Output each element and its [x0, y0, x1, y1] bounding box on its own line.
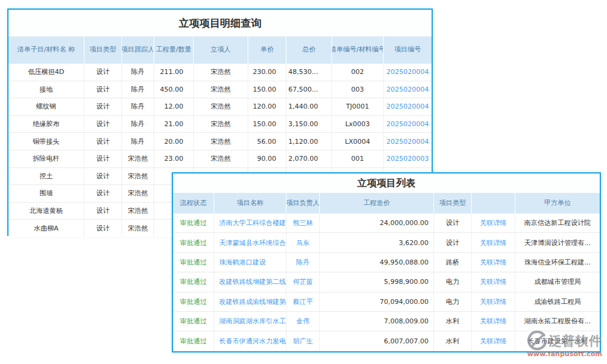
- detail-cell-material-name: 挖土: [8, 168, 84, 185]
- list-cell-leader[interactable]: 金伟: [287, 312, 320, 331]
- detail-cell-quantity: 450.00: [154, 81, 194, 98]
- detail-cell-project-code[interactable]: 2025020004: [384, 64, 432, 81]
- list-col-header-0: 流程状态: [173, 193, 214, 214]
- detail-cell-quantity: 20.00: [154, 133, 194, 150]
- table-row: 铜带接头设计陈丹20.00宋浩然56.001,120.00LX000420250…: [8, 133, 432, 150]
- detail-cell-project-code[interactable]: 2025020003: [384, 150, 432, 167]
- detail-cell-tracker: 宋浩然: [122, 168, 154, 185]
- list-cell-leader[interactable]: 胡广生: [287, 331, 320, 351]
- detail-cell-project-code[interactable]: 2025020004: [384, 133, 432, 150]
- list-cell-party: 南京信达新工程设计院: [515, 214, 600, 232]
- detail-cell-tracker: 宋浩然: [122, 150, 154, 167]
- detail-cell-initiator: 宋浩然: [194, 81, 248, 98]
- detail-cell-tracker: 宋浩然: [122, 220, 154, 237]
- list-cell-detail-link[interactable]: 关联详情: [472, 233, 515, 252]
- detail-cell-project-code[interactable]: 2025020004: [384, 116, 432, 133]
- list-window-title: 立项项目列表: [173, 174, 600, 193]
- detail-col-header-0: 清单子目/材料名 称: [8, 36, 84, 64]
- list-cell-leader[interactable]: 熊三林: [287, 214, 320, 232]
- list-cell-party: 天津博润设计管理有...: [515, 233, 600, 252]
- detail-cell-initiator: 宋浩然: [194, 150, 248, 167]
- list-cell-leader[interactable]: 蔡江平: [287, 292, 320, 311]
- list-cell-cost: 70,094,000.00: [320, 292, 434, 311]
- detail-cell-material-name: 水曲柳A: [8, 220, 84, 237]
- list-cell-type: 设计: [434, 233, 472, 252]
- detail-col-header-5: 单价: [248, 36, 287, 64]
- list-col-header-3: 工程造价: [320, 193, 434, 214]
- list-cell-status[interactable]: 审批通过: [173, 292, 214, 311]
- list-cell-status[interactable]: 审批通过: [173, 214, 214, 232]
- list-cell-status[interactable]: 审批通过: [173, 272, 214, 291]
- detail-cell-unit-price: 150.00: [248, 81, 287, 98]
- detail-cell-tracker: 宋浩然: [122, 203, 154, 220]
- list-cell-status[interactable]: 审批通过: [173, 253, 214, 272]
- list-cell-status[interactable]: 审批通过: [173, 233, 214, 252]
- detail-cell-material-name: 低压横担4D: [8, 64, 84, 81]
- list-cell-project-name[interactable]: 济南大学工科综合楼建设...: [214, 214, 287, 232]
- detail-cell-list-code: 003: [332, 81, 384, 98]
- detail-cell-project-type: 设计: [84, 185, 122, 202]
- detail-cell-tracker: 宋浩然: [122, 185, 154, 202]
- list-cell-detail-link[interactable]: 关联详情: [472, 292, 515, 311]
- detail-cell-project-type: 设计: [84, 203, 122, 220]
- detail-cell-material-name: 接地: [8, 81, 84, 98]
- list-cell-type: 电力: [434, 272, 472, 291]
- detail-cell-project-type: 设计: [84, 81, 122, 98]
- list-cell-party: 珠海信业环保工程建...: [515, 253, 600, 272]
- list-cell-detail-link[interactable]: 关联详情: [472, 214, 515, 232]
- detail-cell-initiator: 宋浩然: [194, 98, 248, 115]
- list-cell-cost: 24,000,000.00: [320, 214, 434, 232]
- detail-col-header-1: 项目类型: [84, 36, 122, 64]
- detail-cell-material-name: 螺纹钢: [8, 98, 84, 115]
- list-cell-party: 湖南永拓工程股份有...: [515, 312, 600, 331]
- list-cell-type: 设计: [434, 214, 472, 232]
- detail-cell-project-type: 设计: [84, 64, 122, 81]
- detail-cell-material-name: 绝缘胶布: [8, 116, 84, 133]
- list-cell-project-name[interactable]: 珠海鹤港口建设: [214, 253, 287, 272]
- list-cell-status[interactable]: 审批通过: [173, 331, 214, 351]
- detail-cell-project-code[interactable]: 2025020004: [384, 98, 432, 115]
- list-col-header-1: 项目名称: [214, 193, 287, 214]
- detail-cell-total-price: 67,500...: [287, 81, 332, 98]
- list-cell-type: 水利: [434, 331, 472, 351]
- list-cell-party: 成渝铁路工程局: [515, 292, 600, 311]
- detail-cell-quantity: 211.00: [154, 64, 194, 81]
- detail-cell-material-name: 围墙: [8, 185, 84, 202]
- detail-cell-tracker: 陈丹: [122, 133, 154, 150]
- detail-col-header-3: 工程量/数量: [154, 36, 194, 64]
- list-cell-project-name[interactable]: 长春市伊通河水力发电厂...: [214, 331, 287, 351]
- detail-cell-unit-price: 150.00: [248, 116, 287, 133]
- detail-cell-project-type: 设计: [84, 150, 122, 167]
- detail-cell-quantity: 23.00: [154, 150, 194, 167]
- detail-cell-list-code: 002: [332, 64, 384, 81]
- detail-cell-list-code: TJ0001: [332, 98, 384, 115]
- list-cell-detail-link[interactable]: 关联详情: [472, 253, 515, 272]
- list-cell-project-name[interactable]: 湖南洞庭湖水库引水工程...: [214, 312, 287, 331]
- table-row: 拆除电杆设计宋浩然23.00宋浩然90.002,070.000012025020…: [8, 150, 432, 168]
- list-cell-cost: 3,620.00: [320, 233, 434, 252]
- table-row: 审批通过长春市伊通河水力发电厂...胡广生6,007,007.00水利关联详情长…: [173, 331, 600, 351]
- detail-col-header-7: 清单编号/材料编号: [332, 36, 384, 64]
- detail-cell-project-type: 设计: [84, 220, 122, 237]
- list-cell-project-name[interactable]: 天津蒙城县水环境综合治...: [214, 233, 287, 252]
- list-cell-type: 电力: [434, 292, 472, 311]
- list-cell-project-name[interactable]: 改建铁路成渝线增建第二...: [214, 292, 287, 311]
- list-cell-leader[interactable]: 陈丹: [287, 253, 320, 272]
- list-cell-project-name[interactable]: 改建铁路线增建第二线直...: [214, 272, 287, 291]
- list-cell-leader[interactable]: 何芷茵: [287, 272, 320, 291]
- detail-cell-initiator: 宋浩然: [194, 64, 248, 81]
- list-cell-detail-link[interactable]: 关联详情: [472, 272, 515, 291]
- list-cell-cost: 7,008,009.00: [320, 312, 434, 331]
- list-col-header-2: 项目负责人: [287, 193, 320, 214]
- detail-cell-material-name: 拆除电杆: [8, 150, 84, 167]
- list-cell-leader[interactable]: 马东: [287, 233, 320, 252]
- list-cell-status[interactable]: 审批通过: [173, 312, 214, 331]
- detail-cell-project-code[interactable]: 2025020004: [384, 81, 432, 98]
- list-cell-detail-link[interactable]: 关联详情: [472, 312, 515, 331]
- detail-cell-unit-price: 56.00: [248, 133, 287, 150]
- detail-col-header-8: 项目编号: [384, 36, 432, 64]
- list-cell-detail-link[interactable]: 关联详情: [472, 331, 515, 351]
- list-table-body: 审批通过济南大学工科综合楼建设...熊三林24,000,000.00设计关联详情…: [173, 214, 600, 351]
- detail-cell-unit-price: 90.00: [248, 150, 287, 167]
- detail-cell-project-type: 设计: [84, 98, 122, 115]
